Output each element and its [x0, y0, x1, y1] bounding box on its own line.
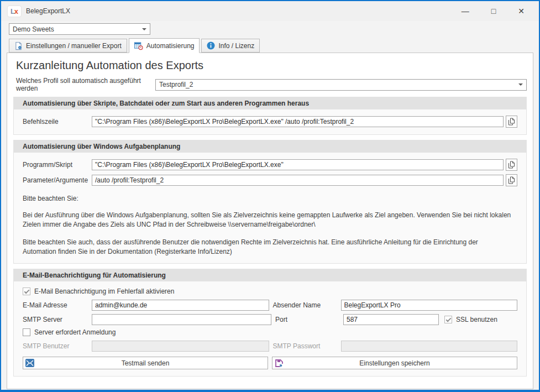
server-auth-label: Server erfordert Anmeldung [34, 328, 116, 336]
server-auth-checkbox[interactable] [23, 328, 30, 336]
enable-email-checkbox[interactable] [23, 288, 30, 295]
note-text-1: Bei der Ausführung über die Windows Aufg… [23, 211, 517, 229]
tab-bar: Einstellungen / manueller Export Automat… [9, 38, 539, 53]
copy-icon [508, 118, 515, 126]
ssl-checkbox[interactable] [444, 316, 452, 323]
save-settings-button-label: Einstellungen speichern [272, 359, 517, 367]
app-window: Lx BelegExportLX — □ ✕ Demo Sweets [0, 0, 540, 392]
tab-automatisierung[interactable]: Automatisierung [129, 38, 200, 53]
logo-letter-x: x [14, 7, 18, 15]
testmail-button[interactable]: Testmail senden [23, 357, 268, 369]
tab-einstellungen[interactable]: Einstellungen / manueller Export [9, 39, 127, 53]
tab-label: Info / Lizenz [218, 42, 254, 50]
window-title: BelegExportLX [26, 7, 70, 15]
save-settings-icon [275, 359, 284, 368]
tab-label: Automatisierung [146, 42, 195, 50]
task-scheduler-group: Automatisierung über Windows Aufgabenpla… [13, 140, 527, 264]
group-header: Automatisierung über Skripte, Batchdatei… [14, 97, 526, 109]
window-controls: — □ ✕ [462, 7, 532, 15]
maximize-button[interactable]: □ [491, 7, 496, 15]
copy-command-button[interactable] [506, 116, 517, 128]
chevron-down-icon [518, 83, 523, 86]
port-field[interactable] [343, 314, 439, 325]
copy-program-button[interactable] [506, 159, 517, 171]
tab-info-lizenz[interactable]: Info / Lizenz [201, 39, 260, 53]
page-title: Kurzanleitung Automation des Exports [16, 59, 533, 72]
app-logo-icon: Lx [8, 6, 21, 17]
program-label: Programm/Skript [23, 161, 92, 169]
smtp-password-label: SMTP Passwort [269, 342, 341, 350]
profile-label: Welches Profil soll automatisch ausgefüh… [16, 77, 155, 92]
document-gear-icon [14, 41, 23, 50]
command-line-field[interactable] [92, 116, 504, 127]
smtp-server-field[interactable] [92, 314, 271, 325]
enable-email-label: E-Mail Benachrichtigung im Fehlerfall ak… [34, 288, 174, 295]
tab-label: Einstellungen / manueller Export [26, 42, 122, 50]
profile-row: Welches Profil soll automatisch ausgefüh… [16, 77, 527, 92]
profile-select[interactable]: Testprofil_2 [155, 79, 527, 91]
arguments-field[interactable] [92, 175, 504, 186]
info-circle-icon [207, 41, 215, 50]
smtp-password-field[interactable] [341, 341, 518, 352]
calendar-clock-icon [134, 41, 143, 50]
minimize-button[interactable]: — [462, 7, 469, 15]
automatisierung-panel: Kurzanleitung Automation des Exports Wel… [7, 53, 533, 389]
note-text-2: Bitte beachten Sie auch, dass der ausfüh… [23, 238, 517, 257]
ssl-label: SSL benutzen [456, 316, 497, 323]
chevron-down-icon [142, 28, 146, 30]
copy-arguments-button[interactable] [506, 174, 517, 186]
email-envelope-icon [25, 359, 34, 367]
arguments-label: Parameter/Argumente [23, 176, 92, 184]
close-button[interactable]: ✕ [518, 7, 525, 15]
title-bar: Lx BelegExportLX — □ ✕ [1, 1, 539, 21]
client-select[interactable]: Demo Sweets [9, 23, 150, 35]
smtp-user-field[interactable] [92, 341, 269, 352]
program-field[interactable] [92, 159, 504, 170]
note-heading: Bitte beachten Sie: [23, 195, 517, 202]
command-line-label: Befehlszeile [23, 118, 92, 126]
group-header: Automatisierung über Windows Aufgabenpla… [14, 140, 526, 153]
save-settings-button[interactable]: Einstellungen speichern [272, 357, 517, 369]
testmail-button-label: Testmail senden [23, 359, 268, 367]
profile-select-value: Testprofil_2 [159, 81, 193, 88]
sender-name-label: Absender Name [269, 301, 341, 309]
email-address-label: E-Mail Adresse [23, 301, 92, 309]
group-header: E-Mail-Benachrichtigung für Automatisier… [14, 269, 526, 281]
client-select-value: Demo Sweets [13, 25, 54, 33]
script-automation-group: Automatisierung über Skripte, Batchdatei… [13, 97, 527, 135]
smtp-user-label: SMTP Benutzer [23, 342, 92, 350]
copy-icon [508, 161, 515, 169]
port-label: Port [271, 316, 343, 323]
smtp-server-label: SMTP Server [23, 316, 92, 323]
email-notification-group: E-Mail-Benachrichtigung für Automatisier… [13, 269, 527, 377]
copy-icon [508, 176, 515, 184]
sender-name-field[interactable] [341, 300, 518, 311]
email-address-field[interactable] [92, 300, 269, 311]
